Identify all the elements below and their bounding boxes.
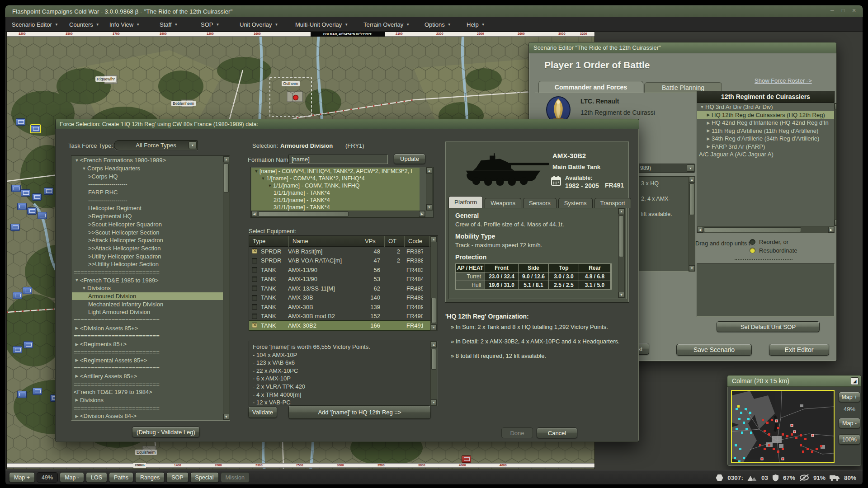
chevron-collapsed-icon[interactable]: ▶ bbox=[74, 374, 80, 378]
menu-staff[interactable]: Staff▼ bbox=[157, 17, 180, 32]
tree-item[interactable]: >Attack Helicopter Squadron bbox=[72, 236, 223, 244]
unit-content-scrollbar[interactable]: ▲ ▼ bbox=[618, 208, 625, 298]
scroll-thumb[interactable] bbox=[431, 349, 436, 370]
equipment-row[interactable]: SPRDRVAB Rasit[m]482FR387 bbox=[249, 247, 431, 256]
debug-validate-leg-button[interactable]: (Debug - Validate Leg) bbox=[132, 427, 200, 437]
tree-item[interactable]: ▼<French TO&E 1985 to 1989> bbox=[72, 276, 223, 284]
tree-item[interactable]: Helicopter Regiment bbox=[72, 204, 223, 212]
chevron-collapsed-icon[interactable]: ▶ bbox=[74, 398, 80, 402]
tree-item[interactable]: >>Scout Helicopter Section bbox=[72, 228, 223, 236]
menu-info-view[interactable]: Info View▼ bbox=[107, 17, 142, 32]
checkbox-unchecked[interactable] bbox=[252, 277, 257, 282]
statusbar-map--button[interactable]: Map - bbox=[60, 472, 84, 483]
reorder-radio[interactable] bbox=[750, 239, 755, 245]
tree-item[interactable]: ▶34th Reg d'Artillerie (34th Reg d'Artil… bbox=[697, 135, 834, 143]
tab-commander-and-forces[interactable]: Commander and Forces bbox=[538, 81, 643, 93]
chevron-down-icon[interactable]: ▼ bbox=[687, 164, 694, 172]
close-icon[interactable]: ✕ bbox=[850, 8, 858, 14]
tree-item[interactable]: ========================= bbox=[72, 380, 223, 388]
cancel-button[interactable]: Cancel bbox=[537, 427, 577, 438]
chevron-expanded-icon[interactable]: ▼ bbox=[267, 183, 273, 188]
minimize-icon[interactable]: ─ bbox=[829, 8, 836, 14]
save-scenario-button[interactable]: Save Scenario bbox=[676, 344, 752, 356]
scroll-left-icon[interactable]: ◀ bbox=[251, 211, 257, 217]
chevron-collapsed-icon[interactable]: ▶ bbox=[74, 358, 80, 362]
tree-item[interactable]: ▶<Regimental Assets 85+> bbox=[72, 356, 223, 364]
friendly-counter[interactable] bbox=[13, 346, 22, 353]
column-header-ot[interactable]: OT bbox=[385, 236, 405, 247]
tree-item[interactable]: ▼Corps Headquarters bbox=[72, 164, 223, 173]
chevron-expanded-icon[interactable]: ▼ bbox=[74, 158, 80, 163]
tree-item[interactable]: >>Attack Helicopter Section bbox=[72, 244, 223, 253]
friendly-counter[interactable] bbox=[31, 125, 40, 132]
tree-item[interactable]: ▼HQ 3rd Ar Div (3rd Ar Div) bbox=[697, 103, 834, 111]
tree-item[interactable]: ▼1/1/[name] - COMV, TANK, INFHQ bbox=[251, 182, 420, 189]
tree-item[interactable]: ▼Divisions bbox=[72, 284, 223, 292]
equipment-row[interactable]: SPRDRVAB VOA RATAC[m]472FR388 bbox=[249, 256, 431, 266]
unit-tab-transport[interactable]: Transport bbox=[594, 198, 631, 208]
statusbar-49--button[interactable]: 49% bbox=[37, 472, 58, 483]
tree-item[interactable]: >Scout Helicopter Squadron bbox=[72, 221, 223, 229]
scroll-up-icon[interactable]: ▲ bbox=[689, 177, 695, 183]
scroll-thumb[interactable] bbox=[258, 211, 349, 216]
equipment-row[interactable]: TANKAMX-30B mod B2152FR490 bbox=[249, 312, 431, 321]
checkbox-unchecked[interactable] bbox=[252, 267, 257, 272]
chevron-collapsed-icon[interactable]: ▶ bbox=[705, 144, 712, 149]
menu-multi-unit-overlay[interactable]: Multi-Unit Overlay▼ bbox=[292, 17, 351, 32]
friendly-counter[interactable] bbox=[24, 341, 33, 348]
show-force-roster-link[interactable]: Show Force Roster -> bbox=[755, 77, 812, 84]
roster-horizontal-scrollbar[interactable]: ◀ ▶ bbox=[697, 226, 835, 233]
tree-item[interactable]: -------------------- bbox=[72, 196, 223, 204]
scroll-up-icon[interactable]: ▲ bbox=[431, 236, 437, 242]
tree-item[interactable]: ▶11th Reg d'Artillerie (11th Reg d'Artil… bbox=[697, 127, 834, 135]
equipment-row[interactable]: TANKAMX-13/9056FR483 bbox=[249, 265, 431, 275]
friendly-counter[interactable] bbox=[13, 292, 22, 299]
force-summary-scrollbar[interactable]: ▲ ▼ bbox=[430, 341, 437, 406]
minimap-full-zoom-button[interactable]: 100% bbox=[839, 434, 860, 445]
menu-sop[interactable]: SOP▼ bbox=[198, 17, 222, 32]
chevron-collapsed-icon[interactable]: ▶ bbox=[705, 113, 712, 117]
equipment-scrollbar[interactable]: ▲ ▼ bbox=[430, 236, 437, 331]
tree-item[interactable]: ▼1/[name] - COMV*4, TANK*2, INFHQ*4 bbox=[251, 175, 420, 182]
tree-item[interactable]: Mechanized Infantry Division bbox=[72, 300, 223, 308]
column-header-code[interactable]: Code bbox=[405, 236, 430, 247]
equipment-row[interactable]: TANKAMX-13/9053FR484 bbox=[249, 275, 431, 284]
unit-tab-sensors[interactable]: Sensors bbox=[523, 198, 557, 208]
covered-list-scrollbar[interactable]: ▲ ▼ bbox=[689, 176, 695, 272]
scroll-left-icon[interactable]: ◀ bbox=[697, 227, 703, 233]
scroll-thumb[interactable] bbox=[619, 216, 624, 257]
chevron-collapsed-icon[interactable]: ▶ bbox=[705, 136, 712, 141]
tree-item[interactable]: ▶<Division Assets 85+> bbox=[72, 324, 223, 332]
scroll-down-icon[interactable]: ▼ bbox=[426, 204, 432, 210]
tree-item[interactable]: ▶HQ 12th Reg de Cuirassiers (HQ 12th Reg… bbox=[697, 111, 834, 119]
chevron-expanded-icon[interactable]: ▼ bbox=[81, 286, 87, 291]
tree-item[interactable]: ▶<Regiments 85+> bbox=[72, 340, 223, 348]
chevron-expanded-icon[interactable]: ▼ bbox=[260, 176, 266, 181]
scroll-down-icon[interactable]: ▼ bbox=[223, 414, 229, 420]
roster-vertical-scrollbar[interactable]: ▲ ▼ bbox=[834, 103, 837, 226]
statusbar-sop-button[interactable]: SOP bbox=[166, 472, 188, 483]
friendly-counter[interactable] bbox=[10, 224, 20, 231]
statusbar-paths-button[interactable]: Paths bbox=[109, 472, 133, 483]
scroll-down-icon[interactable]: ▼ bbox=[835, 220, 837, 225]
update-button[interactable]: Update bbox=[394, 154, 425, 164]
collapse-icon[interactable]: ◢ bbox=[851, 377, 859, 385]
chevron-collapsed-icon[interactable]: ▶ bbox=[74, 326, 80, 330]
friendly-counter[interactable] bbox=[16, 118, 25, 126]
menu-counters[interactable]: Counters▼ bbox=[66, 17, 102, 32]
checkbox-checked[interactable] bbox=[252, 249, 257, 254]
checkbox-unchecked[interactable] bbox=[252, 314, 257, 319]
scroll-down-icon[interactable]: ▼ bbox=[431, 399, 437, 405]
checkbox-checked[interactable] bbox=[252, 323, 257, 328]
tree-item[interactable]: ▼[name] - COMV*4, INFHQ*4, TANK*2, APCW*… bbox=[251, 168, 420, 175]
resubordinate-radio[interactable] bbox=[750, 248, 755, 253]
editor-listbox[interactable] bbox=[697, 263, 835, 317]
chevron-down-icon[interactable]: ▼ bbox=[189, 141, 197, 149]
scroll-thumb[interactable] bbox=[431, 298, 436, 323]
formation-tree-vscrollbar[interactable]: ▲ ▼ bbox=[426, 167, 433, 211]
menu-help[interactable]: Help▼ bbox=[464, 17, 488, 32]
chevron-collapsed-icon[interactable]: ▶ bbox=[74, 414, 80, 418]
set-default-unit-sop-button[interactable]: Set Default Unit SOP bbox=[717, 321, 820, 332]
tree-item[interactable]: >>Utility Helicopter Section bbox=[72, 260, 223, 268]
tree-item[interactable]: ▼<French Formations 1980-1989> bbox=[72, 156, 223, 164]
